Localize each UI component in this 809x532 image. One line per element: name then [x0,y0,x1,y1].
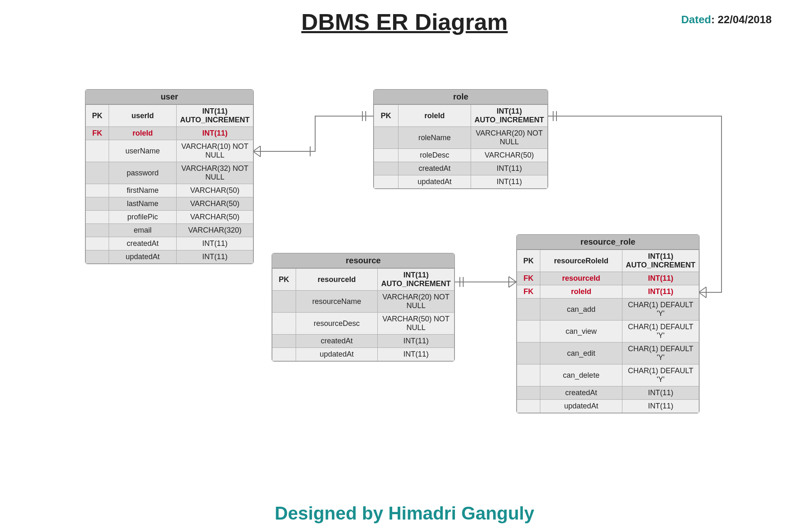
key-cell: PK [86,105,109,127]
entity-resource-table: PKresourceIdINT(11) AUTO_INCREMENT resou… [272,268,454,361]
key-cell [272,291,296,313]
table-row: PKuserIdINT(11) AUTO_INCREMENT [86,105,253,127]
entity-user: user PKuserIdINT(11) AUTO_INCREMENT FKro… [85,89,254,264]
svg-line-13 [509,277,516,282]
svg-line-9 [699,292,706,298]
col-type: CHAR(1) DEFAULT 'Y' [622,321,699,343]
col-type: INT(11) [378,348,454,361]
table-row: PKresourceRoleIdINT(11) AUTO_INCREMENT [517,250,699,272]
key-cell [86,224,109,237]
col-type: VARCHAR(10) NOT NULL [177,140,253,162]
svg-line-0 [253,146,260,151]
svg-line-8 [699,287,706,292]
entity-resource: resource PKresourceIdINT(11) AUTO_INCREM… [272,253,455,362]
key-cell [86,197,109,211]
key-cell [517,386,540,400]
col-name: lastName [109,197,176,211]
key-cell [86,250,109,264]
table-row: passwordVARCHAR(32) NOT NULL [86,162,253,184]
col-name: resourceDesc [296,313,378,335]
table-row: can_editCHAR(1) DEFAULT 'Y' [517,343,699,364]
footer-credit: Designed by Himadri Ganguly [0,503,809,524]
col-type: INT(11) AUTO_INCREMENT [471,105,548,127]
table-row: emailVARCHAR(320) [86,224,253,237]
col-name: firstName [109,184,176,197]
svg-line-1 [253,151,260,157]
col-type: VARCHAR(50) NOT NULL [378,313,454,335]
dated-stamp: Dated: 22/04/2018 [681,13,772,26]
col-name: userName [109,140,176,162]
col-name: updatedAt [540,400,622,413]
dated-label: Dated [681,13,711,26]
col-name: updatedAt [109,250,176,264]
key-cell: FK [517,272,540,285]
col-type: INT(11) [471,175,548,189]
table-row: roleDescVARCHAR(50) [374,149,548,162]
table-row: lastNameVARCHAR(50) [86,197,253,211]
entity-resource-role-table: PKresourceRoleIdINT(11) AUTO_INCREMENT F… [517,250,699,413]
table-row: FKroleIdINT(11) [86,127,253,140]
col-type: CHAR(1) DEFAULT 'Y' [622,343,699,364]
entity-resource-header: resource [272,253,454,268]
table-row: updatedAtINT(11) [86,250,253,264]
key-cell [374,175,398,189]
col-name: roleId [109,127,176,140]
col-type: INT(11) [622,400,699,413]
col-type: VARCHAR(32) NOT NULL [177,162,253,184]
col-name: password [109,162,176,184]
key-cell: FK [86,127,109,140]
col-type: VARCHAR(50) [177,211,253,224]
col-type: VARCHAR(20) NOT NULL [471,127,548,149]
table-row: createdAtINT(11) [86,237,253,250]
key-cell [272,335,296,348]
col-name: resourceId [540,272,622,285]
col-name: createdAt [540,386,622,400]
key-cell [374,162,398,175]
table-row: createdAtINT(11) [374,162,548,175]
col-type: INT(11) AUTO_INCREMENT [378,269,454,291]
key-cell [86,140,109,162]
col-name: createdAt [398,162,471,175]
table-row: userNameVARCHAR(10) NOT NULL [86,140,253,162]
dated-value: : 22/04/2018 [711,13,772,26]
key-cell [272,313,296,335]
key-cell [517,321,540,343]
table-row: can_addCHAR(1) DEFAULT 'Y' [517,299,699,321]
table-row: profilePicVARCHAR(50) [86,211,253,224]
key-cell [86,237,109,250]
table-row: PKroleIdINT(11) AUTO_INCREMENT [374,105,548,127]
table-row: can_viewCHAR(1) DEFAULT 'Y' [517,321,699,343]
key-cell: FK [517,285,540,299]
table-row: firstNameVARCHAR(50) [86,184,253,197]
col-type: VARCHAR(50) [177,197,253,211]
entity-role-table: PKroleIdINT(11) AUTO_INCREMENT roleNameV… [374,104,548,189]
col-name: can_view [540,321,622,343]
col-name: profilePic [109,211,176,224]
col-name: email [109,224,176,237]
col-type: INT(11) AUTO_INCREMENT [622,250,699,272]
col-type: VARCHAR(50) [177,184,253,197]
col-name: resourceRoleId [540,250,622,272]
col-name: resourceName [296,291,378,313]
entity-resource-role-header: resource_role [517,235,699,250]
col-type: INT(11) [622,285,699,299]
col-type: INT(11) [622,386,699,400]
entity-user-header: user [85,90,253,104]
col-name: updatedAt [398,175,471,189]
table-row: createdAtINT(11) [272,335,454,348]
key-cell [86,211,109,224]
col-type: INT(11) [177,237,253,250]
col-type: CHAR(1) DEFAULT 'Y' [622,364,699,386]
col-name: can_delete [540,364,622,386]
er-diagram-page: DBMS ER Diagram Dated: 22/04/2018 user [0,0,809,532]
key-cell: PK [272,269,296,291]
key-cell [517,299,540,321]
key-cell: PK [517,250,540,272]
col-type: CHAR(1) DEFAULT 'Y' [622,299,699,321]
col-type: VARCHAR(320) [177,224,253,237]
table-row: createdAtINT(11) [517,386,699,400]
col-type: INT(11) AUTO_INCREMENT [177,105,253,127]
key-cell [517,364,540,386]
key-cell [272,348,296,361]
col-type: VARCHAR(20) NOT NULL [378,291,454,313]
